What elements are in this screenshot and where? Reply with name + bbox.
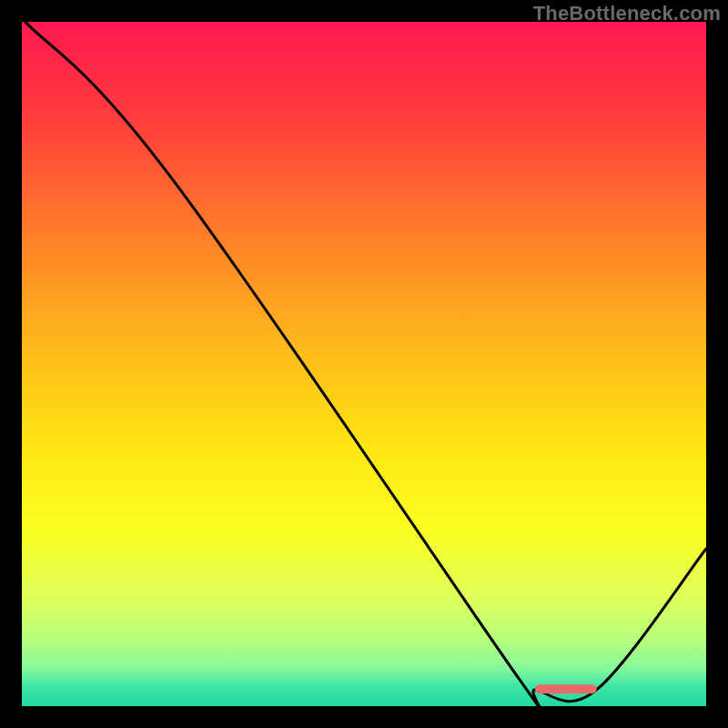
chart-svg (22, 22, 706, 706)
chart-plot-area (22, 22, 706, 706)
chart-frame: TheBottleneck.com (0, 0, 728, 728)
gradient-background (22, 22, 706, 706)
optimal-range-marker (535, 684, 597, 693)
